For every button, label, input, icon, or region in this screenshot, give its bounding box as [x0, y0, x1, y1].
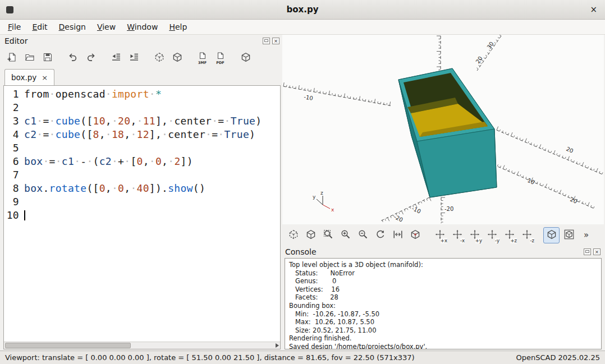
- unindent-button[interactable]: [108, 50, 124, 66]
- reset-view-button[interactable]: [372, 227, 388, 243]
- app-window: box.py × FileEditDesignViewWindowHelp Ed…: [0, 0, 605, 364]
- scene-svg[interactable]: -102030201020-10-20-20: [282, 35, 604, 224]
- open-file-button[interactable]: [21, 50, 38, 66]
- console-float-button[interactable]: [584, 248, 591, 255]
- code-line: 8box.rotate([0,·0,·40]).show(): [4, 182, 280, 195]
- zoom-all-button[interactable]: [320, 227, 336, 243]
- menu-file[interactable]: File: [2, 21, 26, 33]
- toolbar-overflow-button[interactable]: »: [578, 227, 594, 243]
- line-number: 8: [4, 182, 24, 195]
- menu-view[interactable]: View: [91, 21, 121, 33]
- hscrollbar-thumb[interactable]: [5, 343, 131, 348]
- menu-window[interactable]: Window: [121, 21, 163, 33]
- new-file-icon: [7, 52, 17, 64]
- editor-box: 1from·openscad·import·*23c1·=·cube([10,·…: [3, 85, 281, 349]
- menu-design[interactable]: Design: [53, 21, 91, 33]
- view-neg-y-button[interactable]: -y: [484, 227, 500, 243]
- export-pdf-label: PDF: [213, 61, 228, 65]
- console-line: Facets: 28: [289, 293, 597, 302]
- chevrons-icon: »: [584, 230, 589, 240]
- save-file-button[interactable]: [39, 50, 56, 66]
- line-number: 2: [4, 101, 24, 114]
- editor-hscrollbar[interactable]: [4, 342, 280, 349]
- box-model: [398, 68, 497, 197]
- menubar: FileEditDesignViewWindowHelp: [0, 20, 605, 35]
- zoom-in-icon: [341, 229, 351, 241]
- tab-close-icon[interactable]: ×: [42, 73, 48, 82]
- new-file-button[interactable]: [3, 50, 20, 66]
- axis-tick-label: -20: [444, 206, 453, 212]
- titlebar[interactable]: box.py ×: [0, 0, 605, 20]
- editor-close-button[interactable]: ×: [272, 38, 279, 44]
- export-3d-button[interactable]: [237, 50, 254, 66]
- axis-tick-label: -20: [393, 214, 404, 223]
- text-cursor: [24, 210, 25, 220]
- zoom-in-button[interactable]: [337, 227, 354, 243]
- view-neg-z-button[interactable]: -z: [519, 227, 535, 243]
- cube-dot-icon: [410, 229, 420, 241]
- line-number: 6: [4, 155, 24, 168]
- zoom-all-icon: [323, 229, 333, 241]
- line-number: 5: [4, 141, 24, 155]
- view-pos-y-label: +y: [475, 238, 482, 243]
- viewport-toolbar: +x-x+y-y+z-z»: [282, 224, 604, 246]
- tab-box-py[interactable]: box.py ×: [4, 69, 54, 85]
- render-button[interactable]: [169, 50, 185, 66]
- code-line: 9: [4, 195, 280, 209]
- tab-label: box.py: [11, 73, 36, 82]
- viewport-3d[interactable]: -102030201020-10-20-20: [282, 35, 604, 224]
- console-line: Vertices: 16: [289, 285, 597, 294]
- axis-tick-label: 20: [569, 196, 578, 205]
- zoom-out-button[interactable]: [355, 227, 371, 243]
- axis-tick-label: 10: [526, 177, 535, 186]
- orthogonal-button[interactable]: [561, 227, 577, 243]
- open-file-icon: [25, 52, 35, 64]
- view-pos-x-label: +x: [441, 238, 447, 243]
- cube-icon: [241, 52, 251, 64]
- view-pos-z-label: +z: [510, 238, 517, 243]
- box-front-face: [417, 129, 497, 197]
- axis-tick-label: -10: [304, 94, 314, 102]
- view-preview-button[interactable]: [285, 227, 301, 243]
- export-3mf-button[interactable]: 3MF: [194, 50, 210, 66]
- cube-icon: [547, 229, 557, 241]
- perspective-button[interactable]: [543, 227, 560, 243]
- menu-help[interactable]: Help: [163, 21, 192, 33]
- view-render-button[interactable]: [302, 227, 319, 243]
- line-number: 4: [4, 128, 24, 141]
- console-close-button[interactable]: ×: [593, 248, 601, 255]
- console-line: Status: NoError: [289, 269, 597, 278]
- redo-button[interactable]: [82, 50, 99, 66]
- view-center-button[interactable]: [407, 227, 423, 243]
- indent-button[interactable]: [126, 50, 142, 66]
- view-all-button[interactable]: [389, 227, 406, 243]
- cube-icon: [306, 229, 316, 241]
- view-pos-z-button[interactable]: +z: [501, 227, 517, 243]
- console-output[interactable]: Top level object is a 3D object (manifol…: [285, 258, 602, 349]
- hscrollbar-right-arrow[interactable]: [276, 343, 279, 348]
- console-line: Min: -10.26, -10.87, -5.50: [289, 310, 597, 319]
- export-pdf-button[interactable]: PDF: [212, 50, 228, 66]
- view-neg-x-button[interactable]: -x: [449, 227, 465, 243]
- code-line: 7: [4, 168, 280, 182]
- editor-float-button[interactable]: [263, 38, 270, 44]
- line-number: 7: [4, 168, 24, 182]
- menu-edit[interactable]: Edit: [26, 21, 53, 33]
- editor-toolbar: 3MFPDF: [3, 47, 281, 68]
- view-pos-x-button[interactable]: +x: [432, 227, 448, 243]
- window-close-button[interactable]: ×: [590, 4, 597, 15]
- console-line: Size: 20.52, 21.75, 11.00: [289, 326, 597, 335]
- x-axis-label: x: [331, 207, 334, 213]
- line-number: 9: [4, 195, 24, 209]
- code-area[interactable]: 1from·openscad·import·*23c1·=·cube([10,·…: [4, 86, 280, 342]
- viewport-console-panel: -102030201020-10-20-20: [282, 35, 605, 351]
- view-pos-y-button[interactable]: +y: [466, 227, 483, 243]
- console-line: Top level object is a 3D object (manifol…: [289, 261, 597, 269]
- undo-button[interactable]: [65, 50, 81, 66]
- save-file-icon: [43, 52, 53, 64]
- console-line: Genus: 0: [289, 277, 597, 285]
- code-line: 10: [4, 209, 280, 222]
- console-line: Bounding box:: [289, 302, 597, 310]
- statusbar: Viewport: translate = [ 0.00 0.00 0.00 ]…: [0, 351, 605, 364]
- render-preview-button[interactable]: [151, 50, 167, 66]
